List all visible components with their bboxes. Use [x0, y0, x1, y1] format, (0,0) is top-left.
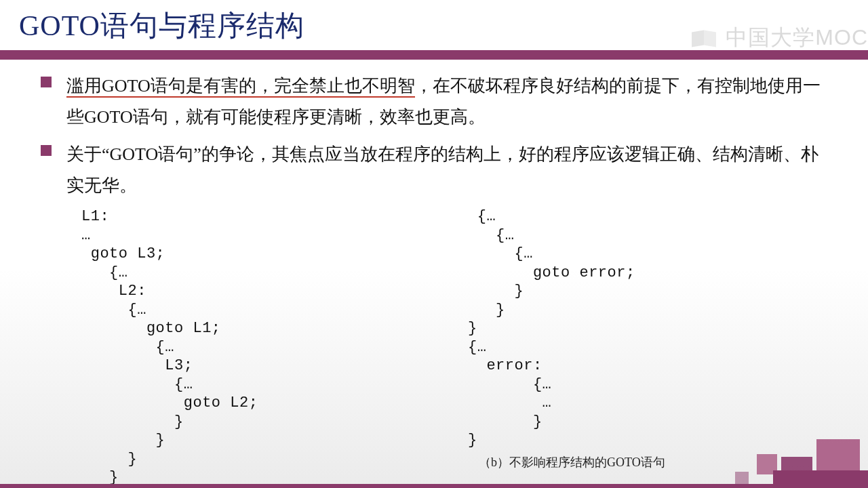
decorative-corner	[692, 434, 868, 488]
bullet-item: 关于“GOTO语句”的争论，其焦点应当放在程序的结构上，好的程序应该逻辑正确、结…	[41, 139, 827, 201]
watermark: 中国大学MOC	[692, 23, 868, 53]
bullet-text: 关于“GOTO语句”的争论，其焦点应当放在程序的结构上，好的程序应该逻辑正确、结…	[66, 139, 827, 201]
bullet-rest: 关于“GOTO语句”的争论，其焦点应当放在程序的结构上，好的程序应该逻辑正确、结…	[66, 144, 818, 195]
code-column-left: L1: … goto L3; {… L2: {… goto L1; {… L3;…	[81, 207, 441, 488]
bullet-square-icon	[41, 77, 52, 87]
emphasized-text: 滥用GOTO语句是有害的，完全禁止也不明智	[66, 76, 415, 98]
bottom-accent-bar	[0, 484, 868, 488]
code-block-b: {… {… {… goto error; } } } {… error: {… …	[468, 207, 827, 450]
content-area: 滥用GOTO语句是有害的，完全禁止也不明智，在不破坏程序良好结构的前提下，有控制…	[0, 60, 868, 488]
bullet-text: 滥用GOTO语句是有害的，完全禁止也不明智，在不破坏程序良好结构的前提下，有控制…	[66, 70, 827, 132]
code-block-a: L1: … goto L3; {… L2: {… goto L1; {… L3;…	[81, 207, 441, 487]
watermark-text: 中国大学MOC	[726, 23, 868, 53]
bullet-square-icon	[41, 145, 52, 156]
bullet-item: 滥用GOTO语句是有害的，完全禁止也不明智，在不破坏程序良好结构的前提下，有控制…	[41, 70, 827, 132]
book-icon	[692, 28, 719, 47]
